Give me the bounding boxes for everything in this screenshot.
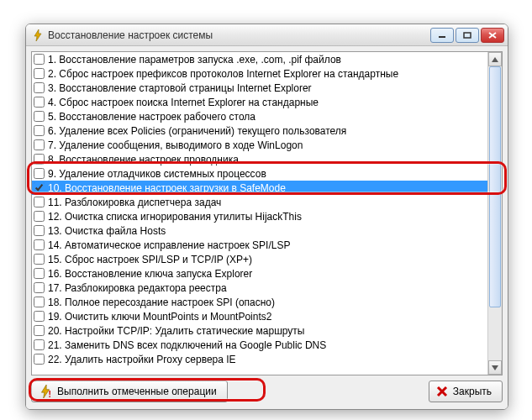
svg-marker-6 (492, 365, 498, 370)
list-item-label: 19. Очистить ключи MountPoints и MountPo… (48, 311, 271, 323)
list-item[interactable]: 8. Восстановление настроек проводника (32, 152, 502, 166)
execute-button-label: Выполнить отмеченные операции (57, 386, 217, 397)
list-item-checkbox[interactable] (34, 139, 45, 150)
list-item-label: 13. Очистка файла Hosts (48, 225, 166, 237)
list-item[interactable]: 13. Очистка файла Hosts (32, 223, 502, 238)
list-item[interactable]: 5. Восстановление настроек рабочего стол… (32, 109, 502, 123)
list-item-label: 21. Заменить DNS всех подключений на Goo… (48, 339, 326, 351)
list-item-checkbox[interactable] (34, 168, 45, 179)
list-item-checkbox[interactable] (34, 311, 45, 322)
list-item[interactable]: 22. Удалить настройки Proxy сервера IE (32, 352, 502, 366)
list-item[interactable]: 2. Сброс настроек префиксов протоколов I… (32, 66, 502, 81)
list-item[interactable]: 1. Восстановление параметров запуска .ex… (32, 52, 502, 66)
close-button[interactable]: Закрыть (429, 381, 503, 402)
list-item[interactable]: 21. Заменить DNS всех подключений на Goo… (32, 338, 502, 352)
list-item[interactable]: 7. Удаление сообщения, выводимого в ходе… (32, 138, 502, 152)
list-item-checkbox[interactable] (34, 82, 45, 93)
list-item-label: 17. Разблокировка редактора реестра (48, 282, 227, 294)
list-item[interactable]: 6. Удаление всех Policies (ограничений) … (32, 123, 502, 138)
execute-button[interactable]: ! Выполнить отмеченные операции (31, 381, 228, 402)
list-item-checkbox[interactable] (34, 282, 45, 293)
list-item-checkbox[interactable] (34, 182, 45, 193)
list-item-label: 6. Удаление всех Policies (ограничений) … (48, 125, 346, 137)
list-item-label: 4. Сброс настроек поиска Internet Explor… (48, 97, 319, 108)
list-item[interactable]: 18. Полное пересоздание настроек SPI (оп… (32, 295, 502, 309)
maximize-button[interactable] (456, 28, 479, 43)
list-item-label: 8. Восстановление настроек проводника (48, 154, 239, 165)
list-item-label: 14. Автоматическое исправление настроек … (48, 239, 290, 251)
list-item-checkbox[interactable] (34, 97, 45, 108)
list-item-checkbox[interactable] (34, 197, 45, 207)
window-title: Восстановление настроек системы (48, 29, 430, 41)
list-item-label: 7. Удаление сообщения, выводимого в ходе… (48, 139, 303, 151)
titlebar[interactable]: Восстановление настроек системы (26, 24, 508, 46)
content-area: 1. Восстановление параметров запуска .ex… (26, 46, 508, 409)
list-item[interactable]: 16. Восстановление ключа запуска Explore… (32, 266, 502, 281)
list-item-label: 9. Удаление отладчиков системных процесс… (48, 168, 266, 180)
list-item[interactable]: 14. Автоматическое исправление настроек … (32, 238, 502, 252)
svg-marker-0 (34, 29, 41, 41)
svg-text:!: ! (48, 390, 50, 398)
list-item[interactable]: 12. Очистка списка игнорирования утилиты… (32, 209, 502, 223)
window: Восстановление настроек системы 1. Восст… (25, 24, 508, 410)
scroll-thumb[interactable] (489, 66, 501, 307)
scroll-up-button[interactable] (488, 52, 502, 66)
list-item[interactable]: 11. Разблокировка диспетчера задач (32, 195, 502, 209)
list-item-checkbox[interactable] (34, 68, 45, 79)
list-item-checkbox[interactable] (34, 297, 45, 307)
scrollbar[interactable] (487, 52, 502, 375)
list-item[interactable]: 9. Удаление отладчиков системных процесс… (32, 166, 502, 181)
list-item-checkbox[interactable] (34, 254, 45, 265)
list-item-label: 10. Восстановление настроек загрузки в S… (48, 182, 286, 194)
close-icon (436, 386, 448, 397)
list-item-checkbox[interactable] (34, 125, 45, 136)
svg-rect-2 (464, 33, 471, 38)
list-item[interactable]: 19. Очистить ключи MountPoints и MountPo… (32, 309, 502, 323)
list-item-label: 1. Восстановление параметров запуска .ex… (48, 54, 341, 66)
button-bar: ! Выполнить отмеченные операции Закрыть (31, 381, 503, 402)
list-item-label: 20. Настройки TCP/IP: Удалить статически… (48, 325, 304, 337)
list-item[interactable]: 17. Разблокировка редактора реестра (32, 281, 502, 295)
list-item[interactable]: 20. Настройки TCP/IP: Удалить статически… (32, 323, 502, 338)
lightning-icon: ! (39, 385, 52, 398)
list-item-checkbox[interactable] (34, 354, 45, 365)
list-item-label: 3. Восстановление стартовой страницы Int… (48, 82, 312, 94)
list-item[interactable]: 4. Сброс настроек поиска Internet Explor… (32, 95, 502, 109)
list-item-label: 16. Восстановление ключа запуска Explore… (48, 268, 252, 280)
list-item-checkbox[interactable] (34, 211, 45, 222)
list-item[interactable]: 3. Восстановление стартовой страницы Int… (32, 81, 502, 95)
scroll-down-button[interactable] (488, 360, 502, 375)
list-item-label: 18. Полное пересоздание настроек SPI (оп… (48, 297, 275, 308)
list-item-label: 15. Сброс настроек SPI/LSP и TCP/IP (XP+… (48, 254, 252, 265)
list-item-checkbox[interactable] (34, 268, 45, 279)
list-item[interactable]: 10. Восстановление настроек загрузки в S… (32, 181, 502, 195)
list-item-label: 12. Очистка списка игнорирования утилиты… (48, 211, 302, 223)
list-item-label: 11. Разблокировка диспетчера задач (48, 197, 221, 208)
scroll-track[interactable] (488, 66, 502, 360)
close-button-label: Закрыть (453, 386, 492, 397)
list-item-checkbox[interactable] (34, 325, 45, 336)
list-item[interactable]: 15. Сброс настроек SPI/LSP и TCP/IP (XP+… (32, 252, 502, 266)
list-item-checkbox[interactable] (34, 154, 45, 165)
list-item-label: 5. Восстановление настроек рабочего стол… (48, 111, 255, 123)
list-item-checkbox[interactable] (34, 339, 45, 350)
list-item-label: 2. Сброс настроек префиксов протоколов I… (48, 68, 398, 80)
window-controls (430, 28, 504, 43)
list-item-checkbox[interactable] (34, 225, 45, 236)
settings-listbox[interactable]: 1. Восстановление параметров запуска .ex… (31, 51, 503, 375)
list-item-checkbox[interactable] (34, 239, 45, 250)
lightning-icon (31, 29, 45, 42)
list-item-checkbox[interactable] (34, 54, 45, 65)
list-item-label: 22. Удалить настройки Proxy сервера IE (48, 354, 236, 365)
svg-marker-5 (492, 57, 498, 62)
close-window-button[interactable] (481, 28, 504, 43)
minimize-button[interactable] (430, 28, 454, 43)
list-item-checkbox[interactable] (34, 111, 45, 122)
